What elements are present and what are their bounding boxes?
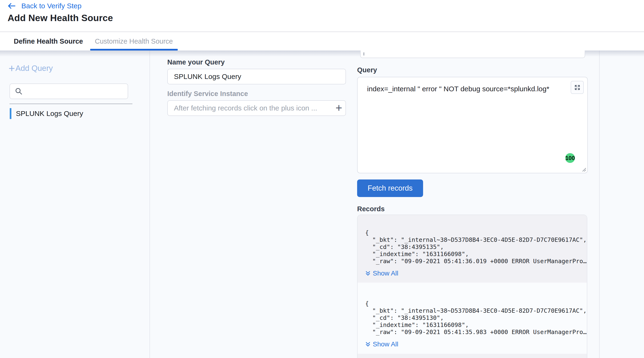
expand-query-button[interactable]	[571, 81, 584, 94]
content-area: + Add Query SPLUNK Logs Query Name your …	[0, 50, 644, 358]
add-service-instance-plus-icon[interactable]: +	[336, 102, 342, 114]
scrolled-input-partial[interactable]	[360, 50, 585, 58]
name-your-query-label: Name your Query	[167, 58, 225, 66]
search-input[interactable]	[26, 84, 128, 99]
records-label: Records	[357, 205, 385, 213]
back-arrow-icon	[7, 2, 16, 10]
query-search-box[interactable]	[10, 83, 128, 99]
query-item-label: SPLUNK Logs Query	[16, 109, 83, 118]
back-button[interactable]: Back to Verify Step	[7, 2, 82, 10]
back-link-label[interactable]: Back to Verify Step	[21, 2, 82, 10]
tab-bar: Define Health Source Customize Health So…	[0, 31, 644, 50]
page-header: Back to Verify Step Add New Health Sourc…	[0, 0, 644, 31]
right-column-divider	[599, 50, 600, 358]
record-card: { "_bkt": "_internal~38~D537D8B4-3EC0-4D…	[358, 215, 587, 283]
identify-service-instance-label: Identify Service Instance	[167, 90, 248, 98]
plus-icon: +	[8, 63, 15, 74]
expand-icon	[574, 84, 581, 91]
query-textarea[interactable]: index=_internal " error " NOT debug sour…	[358, 77, 587, 173]
record-count-badge: 100	[565, 153, 575, 163]
add-query-button[interactable]: + Add Query	[8, 63, 53, 74]
search-icon	[15, 87, 23, 95]
page-title: Add New Health Source	[8, 13, 113, 23]
query-name-input[interactable]	[167, 69, 346, 84]
tab-customize-health-source[interactable]: Customize Health Source	[95, 32, 173, 50]
tab-define-health-source[interactable]: Define Health Source	[14, 32, 83, 50]
add-query-label: Add Query	[16, 64, 53, 73]
record-card-partial	[358, 354, 587, 358]
sidebar-item-splunk-logs-query[interactable]: SPLUNK Logs Query	[10, 108, 83, 119]
selected-indicator-bar	[10, 108, 12, 119]
records-container: { "_bkt": "_internal~38~D537D8B4-3EC0-4D…	[357, 215, 587, 358]
textarea-resize-handle[interactable]	[582, 167, 586, 172]
service-instance-input[interactable]	[167, 100, 346, 116]
text-cursor-remnant	[364, 52, 364, 55]
record-json: { "_bkt": "_internal~38~D537D8B4-3EC0-4D…	[365, 229, 587, 265]
record-json: { "_bkt": "_internal~38~D537D8B4-3EC0-4D…	[365, 300, 587, 336]
sidebar-list-divider	[10, 104, 132, 104]
chevron-double-down-icon	[365, 271, 371, 276]
chevron-double-down-icon	[365, 342, 371, 347]
show-all-label: Show All	[373, 270, 398, 277]
record-card: { "_bkt": "_internal~38~D537D8B4-3EC0-4D…	[358, 283, 587, 354]
show-all-link[interactable]: Show All	[365, 341, 587, 348]
service-instance-field: +	[167, 100, 346, 116]
fetch-records-button[interactable]: Fetch records	[357, 179, 423, 197]
query-label: Query	[357, 66, 377, 74]
show-all-label: Show All	[373, 341, 398, 348]
query-editor: index=_internal " error " NOT debug sour…	[357, 77, 588, 173]
sidebar-divider	[150, 50, 150, 358]
show-all-link[interactable]: Show All	[365, 270, 587, 277]
